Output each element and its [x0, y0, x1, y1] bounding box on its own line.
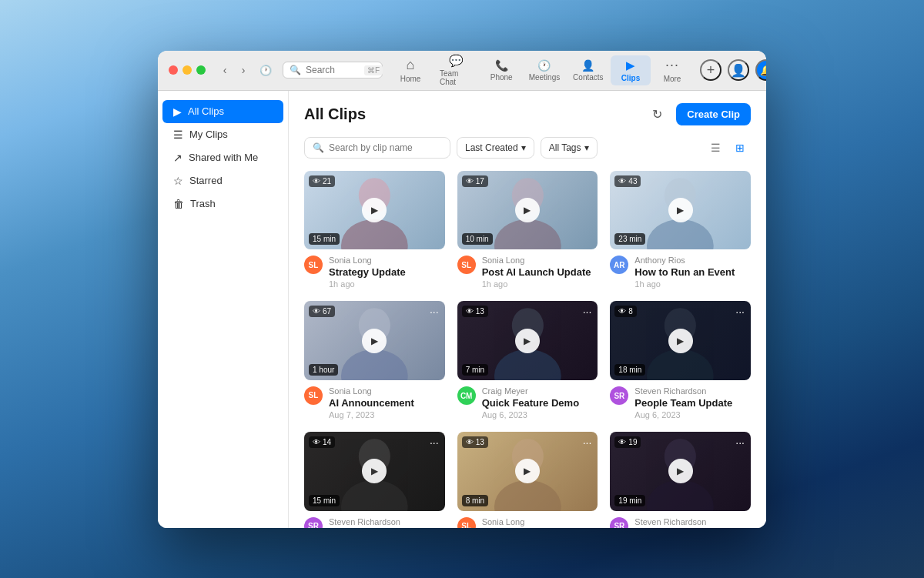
forward-button[interactable]: › [235, 62, 252, 79]
author-avatar: SR [610, 517, 628, 528]
sidebar-item-all-clips[interactable]: ▶ All Clips [162, 100, 283, 123]
clip-title: Quick Feature Demo [482, 397, 598, 409]
clip-duration: 7 min [462, 364, 488, 376]
notifications-button[interactable]: 🔔 [755, 59, 766, 81]
sidebar-item-starred[interactable]: ☆ Starred [162, 169, 283, 192]
more-options-button[interactable]: ··· [580, 304, 595, 319]
view-toggles: ☰ ⊞ [705, 137, 751, 159]
my-clips-icon: ☰ [173, 129, 183, 141]
clip-card[interactable]: 👁 17 ▶ 10 min SL Sonia Long Post AI Laun… [457, 171, 598, 289]
more-options-button[interactable]: ··· [732, 435, 748, 450]
clip-title: People Team Update [634, 397, 751, 409]
play-button[interactable]: ▶ [668, 459, 693, 483]
clip-card[interactable]: 👁 43 ▶ 23 min AR Anthony Rios How to Run… [610, 171, 751, 289]
more-options-button[interactable]: ··· [427, 435, 442, 450]
nav-arrows: ‹ › [216, 62, 252, 79]
nav-home[interactable]: ⌂ Home [390, 54, 430, 86]
nav-more[interactable]: ··· More [652, 54, 692, 86]
clip-duration: 18 min [614, 364, 645, 376]
more-options-button[interactable]: ··· [427, 304, 442, 319]
minimize-button[interactable] [182, 65, 192, 75]
add-button[interactable]: + [700, 59, 721, 81]
sidebar-label-trash: Trash [190, 198, 216, 209]
shared-icon: ↗ [173, 152, 182, 164]
clip-title: Strategy Update [329, 266, 445, 278]
clip-card[interactable]: 👁 21 ▶ 15 min SL Sonia Long Strategy Upd… [304, 171, 445, 289]
play-button[interactable]: ▶ [668, 198, 693, 222]
clip-card[interactable]: 👁 13 ▶ 7 min ··· CM Craig Meyer Quick Fe… [457, 301, 598, 419]
more-icon: ··· [665, 57, 679, 73]
play-button[interactable]: ▶ [668, 329, 693, 353]
list-view-toggle[interactable]: ☰ [705, 137, 726, 159]
clip-title: AI Announcement [329, 397, 445, 409]
clip-time: Aug 6, 2023 [634, 410, 751, 419]
clip-author: Sonia Long [482, 517, 598, 526]
clip-author: Anthony Rios [634, 256, 751, 265]
search-input[interactable] [306, 65, 360, 75]
clip-info: SL Sonia Long AI Announcement Aug 7, 202… [304, 386, 445, 419]
clip-duration: 1 hour [309, 364, 338, 376]
clip-details: Anthony Rios How to Run an Event 1h ago [634, 256, 751, 289]
play-button[interactable]: ▶ [515, 198, 540, 222]
svg-point-9 [494, 349, 561, 380]
history-button[interactable]: 🕐 [259, 62, 272, 79]
svg-point-11 [647, 349, 714, 380]
phone-icon: 📞 [495, 59, 508, 72]
clip-card[interactable]: 👁 8 ▶ 18 min ··· SR Steven Richardson Pe… [610, 301, 751, 419]
sidebar-item-my-clips[interactable]: ☰ My Clips [162, 123, 283, 146]
grid-view-toggle[interactable]: ⊞ [729, 137, 751, 159]
sidebar-label-starred: Starred [189, 175, 223, 186]
app-window: ‹ › 🕐 🔍 ⌘F ⌂ Home 💬 Team Chat 📞 Phone 🕐 [158, 51, 766, 528]
clip-thumbnail: 👁 67 ▶ 1 hour ··· [304, 301, 445, 380]
clip-time: 1h ago [634, 279, 751, 289]
titlebar-search[interactable]: 🔍 ⌘F [283, 62, 383, 79]
sidebar-item-trash[interactable]: 🗑 Trash [162, 192, 283, 215]
tags-dropdown[interactable]: All Tags ▾ [541, 137, 598, 159]
clip-details: Sonia Long Post AI Launch Update 1h ago [482, 256, 598, 289]
clip-search-container[interactable]: 🔍 [304, 137, 450, 159]
more-options-button[interactable]: ··· [580, 435, 595, 450]
nav-meetings[interactable]: 🕐 Meetings [523, 56, 565, 85]
clip-info: SR Steven Richardson Benefits Announceme… [610, 517, 751, 528]
close-button[interactable] [169, 65, 178, 75]
svg-point-5 [647, 219, 714, 249]
clip-duration: 10 min [462, 233, 493, 245]
clip-card[interactable]: 👁 13 ▶ 8 min ··· SL Sonia Long Next step… [457, 432, 598, 528]
maximize-button[interactable] [196, 65, 206, 75]
clip-details: Steven Richardson New Billing Process Au… [329, 517, 445, 528]
account-button[interactable]: 👤 [728, 59, 749, 81]
play-button[interactable]: ▶ [515, 459, 540, 483]
traffic-lights [169, 65, 206, 75]
play-button[interactable]: ▶ [515, 329, 540, 353]
author-avatar: SL [304, 386, 323, 405]
clip-thumbnail: 👁 13 ▶ 8 min ··· [457, 432, 598, 511]
play-button[interactable]: ▶ [362, 329, 387, 353]
clip-card[interactable]: 👁 19 ▶ 19 min ··· SR Steven Richardson B… [610, 432, 751, 528]
sort-label: Last Created [465, 142, 518, 153]
clip-time: Aug 7, 2023 [329, 410, 445, 419]
play-button[interactable]: ▶ [362, 459, 387, 483]
clip-thumbnail: 👁 43 ▶ 23 min [610, 171, 751, 250]
play-button[interactable]: ▶ [362, 198, 387, 222]
nav-teamchat[interactable]: 💬 Team Chat [432, 51, 480, 89]
clip-search-input[interactable] [329, 142, 442, 153]
author-avatar: SR [610, 386, 628, 405]
refresh-button[interactable]: ↻ [645, 103, 668, 126]
clip-card[interactable]: 👁 14 ▶ 15 min ··· SR Steven Richardson N… [304, 432, 445, 528]
back-button[interactable]: ‹ [216, 62, 233, 79]
clip-card[interactable]: 👁 67 ▶ 1 hour ··· SL Sonia Long AI Annou… [304, 301, 445, 419]
title-bar: ‹ › 🕐 🔍 ⌘F ⌂ Home 💬 Team Chat 📞 Phone 🕐 [158, 51, 766, 91]
nav-contacts[interactable]: 👤 Contacts [567, 56, 609, 85]
clip-info: SL Sonia Long Post AI Launch Update 1h a… [457, 256, 598, 289]
svg-point-7 [341, 349, 408, 380]
clip-duration: 15 min [309, 233, 340, 245]
create-clip-button[interactable]: Create Clip [676, 103, 751, 125]
chat-icon: 💬 [449, 54, 464, 68]
nav-clips[interactable]: ▶ Clips [611, 55, 651, 85]
sidebar: ▶ All Clips ☰ My Clips ↗ Shared with Me … [158, 91, 289, 528]
sidebar-item-shared[interactable]: ↗ Shared with Me [162, 146, 283, 169]
clip-thumbnail: 👁 17 ▶ 10 min [457, 171, 598, 250]
more-options-button[interactable]: ··· [732, 304, 748, 319]
sort-dropdown[interactable]: Last Created ▾ [457, 137, 534, 159]
nav-phone[interactable]: 📞 Phone [481, 56, 521, 85]
